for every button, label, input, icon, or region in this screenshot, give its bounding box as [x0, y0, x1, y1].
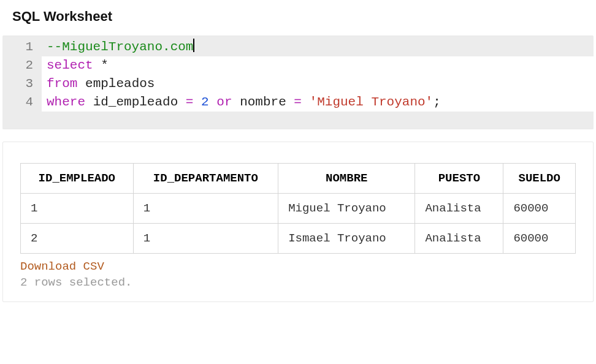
- table-row: 21Ismael TroyanoAnalista60000: [21, 224, 576, 254]
- table-row: 11Miguel TroyanoAnalista60000: [21, 194, 576, 224]
- line-number: 3: [2, 75, 42, 93]
- text-cursor: [193, 39, 194, 52]
- results-table: ID_EMPLEADOID_DEPARTAMENTONOMBREPUESTOSU…: [20, 163, 576, 254]
- table-cell: Ismael Troyano: [278, 224, 415, 254]
- column-header: SUELDO: [503, 164, 576, 194]
- code-content[interactable]: --MiguelTroyano.com: [42, 38, 594, 56]
- editor-line[interactable]: 1--MiguelTroyano.com: [2, 38, 594, 56]
- code-content[interactable]: where id_empleado = 2 or nombre = 'Migue…: [42, 93, 594, 112]
- editor-line[interactable]: 4where id_empleado = 2 or nombre = 'Migu…: [2, 93, 594, 112]
- page-title: SQL Worksheet: [12, 9, 584, 25]
- column-header: ID_EMPLEADO: [21, 164, 134, 194]
- line-number: 1: [2, 38, 42, 56]
- table-cell: 2: [21, 224, 134, 254]
- editor-line[interactable]: 3from empleados: [2, 75, 594, 93]
- table-cell: 1: [133, 194, 278, 224]
- table-cell: 60000: [503, 194, 576, 224]
- table-cell: Analista: [415, 194, 503, 224]
- column-header: NOMBRE: [278, 164, 415, 194]
- line-number: 4: [2, 93, 42, 112]
- column-header: ID_DEPARTAMENTO: [133, 164, 278, 194]
- results-panel: ID_EMPLEADOID_DEPARTAMENTONOMBREPUESTOSU…: [2, 142, 594, 302]
- download-csv-link[interactable]: Download CSV: [20, 260, 104, 273]
- table-cell: 60000: [503, 224, 576, 254]
- code-content[interactable]: from empleados: [42, 75, 594, 93]
- editor-line[interactable]: 2select *: [2, 56, 594, 75]
- sql-editor[interactable]: 1--MiguelTroyano.com2select *3from emple…: [2, 36, 594, 129]
- status-text: 2 rows selected.: [20, 276, 576, 289]
- table-cell: Miguel Troyano: [278, 194, 415, 224]
- table-cell: 1: [133, 224, 278, 254]
- line-number: 2: [2, 56, 42, 75]
- column-header: PUESTO: [415, 164, 503, 194]
- table-cell: Analista: [415, 224, 503, 254]
- header: SQL Worksheet: [0, 0, 596, 36]
- table-cell: 1: [21, 194, 134, 224]
- code-content[interactable]: select *: [42, 56, 594, 75]
